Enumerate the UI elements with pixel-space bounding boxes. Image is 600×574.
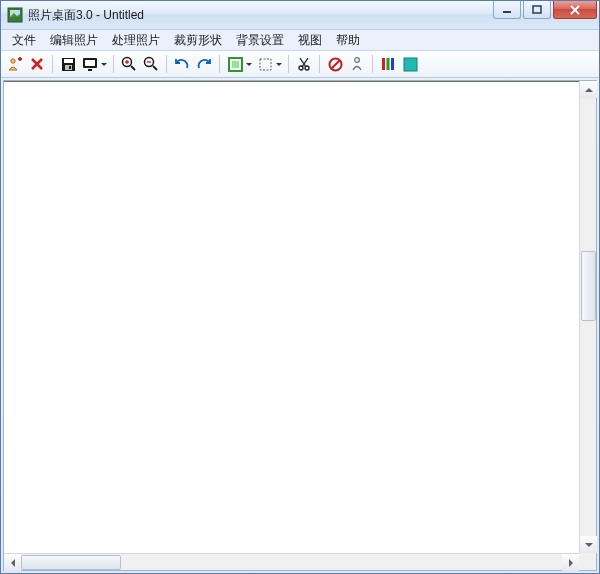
- vertical-scroll-thumb[interactable]: [581, 251, 596, 321]
- person-button[interactable]: [347, 54, 367, 74]
- svg-rect-9: [69, 66, 71, 69]
- menu-process-photo[interactable]: 处理照片: [105, 30, 167, 51]
- svg-rect-25: [404, 58, 417, 71]
- svg-rect-24: [391, 58, 394, 70]
- menu-crop-shape[interactable]: 裁剪形状: [167, 30, 229, 51]
- scroll-left-button[interactable]: [4, 554, 21, 571]
- menu-background[interactable]: 背景设置: [229, 30, 291, 51]
- horizontal-scroll-thumb[interactable]: [21, 555, 121, 570]
- save-button[interactable]: [58, 54, 78, 74]
- person-plus-icon: [7, 56, 23, 72]
- delete-button[interactable]: [27, 54, 47, 74]
- menu-view[interactable]: 视图: [291, 30, 329, 51]
- svg-rect-23: [387, 58, 390, 70]
- x-icon: [30, 57, 44, 71]
- svg-point-5: [11, 59, 15, 63]
- undo-button[interactable]: [172, 54, 192, 74]
- swatch-icon: [403, 57, 418, 72]
- monitor-icon: [82, 57, 98, 72]
- close-button[interactable]: [553, 1, 597, 19]
- toolbar-separator: [219, 55, 220, 73]
- redo-button[interactable]: [194, 54, 214, 74]
- add-person-button[interactable]: [5, 54, 25, 74]
- menu-file[interactable]: 文件: [5, 30, 43, 51]
- app-window: 照片桌面3.0 - Untitled 文件 编辑照片 处理照片 裁剪形状 背景设…: [0, 0, 600, 574]
- rect-green-button[interactable]: [225, 54, 245, 74]
- no-entry-icon: [328, 57, 343, 72]
- cut-button[interactable]: [294, 54, 314, 74]
- zoom-in-icon: [121, 56, 137, 72]
- toolbar-separator: [288, 55, 289, 73]
- maximize-button[interactable]: [523, 1, 551, 19]
- client-area: [3, 80, 597, 571]
- titlebar: 照片桌面3.0 - Untitled: [1, 1, 599, 30]
- scroll-down-button[interactable]: [580, 536, 597, 553]
- app-icon: [7, 7, 23, 23]
- svg-rect-7: [64, 59, 73, 63]
- menu-help[interactable]: 帮助: [329, 30, 367, 51]
- svg-rect-16: [232, 61, 239, 68]
- svg-point-21: [355, 58, 360, 63]
- toolbar-separator: [372, 55, 373, 73]
- horizontal-scrollbar[interactable]: [4, 553, 579, 570]
- undo-icon: [174, 57, 190, 71]
- zoom-in-button[interactable]: [119, 54, 139, 74]
- zoom-out-button[interactable]: [141, 54, 161, 74]
- svg-rect-12: [88, 69, 92, 71]
- toolbar-separator: [113, 55, 114, 73]
- vertical-scrollbar[interactable]: [579, 81, 596, 553]
- toolbar: [1, 51, 599, 78]
- svg-rect-22: [382, 58, 385, 70]
- scroll-up-button[interactable]: [580, 81, 597, 98]
- menu-edit-photo[interactable]: 编辑照片: [43, 30, 105, 51]
- toolbar-separator: [52, 55, 53, 73]
- canvas[interactable]: [4, 81, 579, 553]
- scroll-right-button[interactable]: [562, 554, 579, 571]
- svg-rect-3: [503, 11, 511, 13]
- person-icon: [350, 56, 364, 72]
- redo-icon: [196, 57, 212, 71]
- rgb-bars-button[interactable]: [378, 54, 398, 74]
- svg-rect-17: [260, 59, 271, 70]
- no-entry-button[interactable]: [325, 54, 345, 74]
- window-controls: [491, 1, 599, 29]
- color-swatch-button[interactable]: [400, 54, 420, 74]
- svg-rect-11: [85, 60, 95, 66]
- dashed-rect-icon: [258, 57, 273, 72]
- floppy-icon: [61, 57, 76, 72]
- zoom-out-icon: [143, 56, 159, 72]
- preview-button[interactable]: [80, 54, 100, 74]
- toolbar-separator: [166, 55, 167, 73]
- preview-dropdown[interactable]: [100, 54, 108, 74]
- svg-rect-4: [533, 6, 541, 13]
- green-frame-icon: [228, 57, 243, 72]
- scissors-icon: [297, 56, 311, 72]
- minimize-button[interactable]: [493, 1, 521, 19]
- menubar: 文件 编辑照片 处理照片 裁剪形状 背景设置 视图 帮助: [1, 30, 599, 51]
- rect-dashed-button[interactable]: [255, 54, 275, 74]
- window-title: 照片桌面3.0 - Untitled: [28, 7, 491, 24]
- rgb-bars-icon: [381, 57, 395, 71]
- scroll-corner: [579, 553, 596, 570]
- rect-green-dropdown[interactable]: [245, 54, 253, 74]
- toolbar-separator: [319, 55, 320, 73]
- rect-dashed-dropdown[interactable]: [275, 54, 283, 74]
